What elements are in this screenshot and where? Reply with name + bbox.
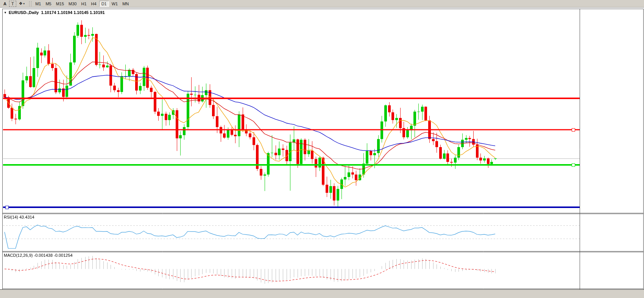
chart-window: ▼EURUSD-,Daily 1.10174 1.10194 1.10145 1… [0, 8, 644, 298]
timeframe-d1-button[interactable]: D1 [99, 1, 109, 7]
timeframe-w1-button[interactable]: W1 [110, 1, 120, 7]
chevron-down-icon: ▾ [23, 2, 25, 5]
toolbar-grip[interactable] [29, 1, 31, 6]
timeframe-w1-label: W1 [112, 2, 118, 6]
window-bottom-edge [0, 289, 644, 298]
objects-tool-icon: ❖ [19, 1, 23, 6]
symbol-period-label: EURUSD-,Daily [9, 10, 39, 15]
timeframe-d1-label: D1 [101, 2, 107, 6]
main-chart-canvas[interactable] [0, 8, 644, 298]
collapse-triangle-icon[interactable]: ▼ [4, 11, 7, 14]
timeframe-h4-button[interactable]: H4 [89, 1, 98, 7]
timeframe-mn-label: MN [122, 2, 129, 6]
timeframe-h1-button[interactable]: H1 [80, 1, 89, 7]
timeframe-m5-button[interactable]: M5 [44, 1, 53, 7]
timeframe-m1-button[interactable]: M1 [33, 1, 43, 7]
timeframe-mn-button[interactable]: MN [120, 1, 131, 7]
macd-current-values: -0.001438 -0.001254 [34, 253, 72, 258]
timeframe-m1-label: M1 [35, 2, 41, 6]
timeframe-m15-button[interactable]: M15 [54, 1, 66, 7]
arrow-tool-button[interactable]: A [2, 1, 8, 7]
ohlc-values: 1.10174 1.10194 1.10145 1.10191 [41, 10, 105, 15]
rsi-title: RSI(14) [4, 215, 18, 219]
mt4-window: A T ❖ ▾ M1 M5 M15 M30 H1 H4 D1 W1 MN ▼EU… [0, 0, 644, 298]
arrow-tool-label: A [3, 2, 6, 6]
objects-tool-button[interactable]: ❖ ▾ [17, 1, 27, 7]
macd-title: MACD(12,26,9) [4, 253, 33, 258]
timeframe-m5-label: M5 [45, 2, 51, 6]
chart-header: ▼EURUSD-,Daily 1.10174 1.10194 1.10145 1… [4, 10, 105, 15]
rsi-header: RSI(14) 43.4314 [4, 215, 34, 219]
toolbar: A T ❖ ▾ M1 M5 M15 M30 H1 H4 D1 W1 MN [0, 0, 644, 8]
timeframe-m30-button[interactable]: M30 [67, 1, 78, 7]
timeframe-m30-label: M30 [69, 2, 76, 6]
rsi-current-value: 43.4314 [19, 215, 34, 219]
text-tool-label: T [11, 2, 14, 6]
timeframe-h1-label: H1 [81, 2, 87, 6]
timeframe-h4-label: H4 [91, 2, 97, 6]
text-tool-button[interactable]: T [9, 1, 16, 7]
macd-header: MACD(12,26,9) -0.001438 -0.001254 [4, 253, 73, 258]
timeframe-m15-label: M15 [56, 2, 64, 6]
